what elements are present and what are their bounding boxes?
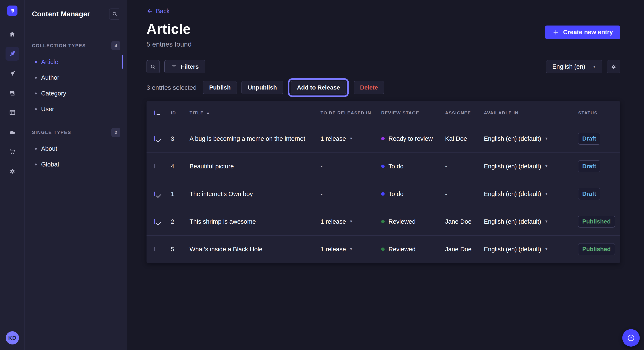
status-badge: Draft [578,160,600,172]
cell-review-stage: To do [381,190,445,197]
locale-select[interactable]: English (en) ▼ [546,60,602,73]
column-header-release: TO BE RELEASED IN [320,110,381,116]
search-icon [112,11,118,17]
available-in-dropdown[interactable]: English (en) (default)▼ [484,218,578,225]
cell-review-stage: To do [381,163,445,170]
media-images-icon[interactable] [6,86,19,100]
subnav-search-button[interactable] [109,8,120,19]
available-in-dropdown[interactable]: English (en) (default)▼ [484,246,578,253]
release-dropdown[interactable]: 1 release▼ [320,218,381,225]
search-button[interactable] [146,60,160,73]
cell-assignee: Jane Doe [445,218,484,225]
page-title: Article [146,21,192,37]
filter-icon [171,64,177,70]
paper-plane-icon[interactable] [6,67,19,80]
row-checkbox[interactable] [154,247,155,251]
cell-assignee: - [445,163,484,170]
subnav-item-category[interactable]: Category [32,85,120,101]
view-settings-button[interactable] [607,60,620,73]
unpublish-button[interactable]: Unpublish [242,81,283,94]
table-row[interactable]: 3 A bug is becoming a meme on the intern… [146,125,620,153]
table-row[interactable]: 2 This shrimp is awesome 1 release▼ Revi… [146,208,620,235]
svg-text:?: ? [630,336,632,340]
create-new-entry-button[interactable]: Create new entry [545,25,620,39]
collection-types-count-badge: 4 [112,41,120,50]
sidebar-divider [0,326,24,326]
subnav-title: Content Manager [32,10,90,18]
collection-types-section: COLLECTION TYPES 4 Article Author Catego… [32,41,120,117]
available-in-dropdown[interactable]: English (en) (default)▼ [484,190,578,197]
row-checkbox[interactable] [154,136,155,141]
filters-button[interactable]: Filters [164,60,205,73]
status-badge: Draft [578,133,600,145]
cell-review-stage: Ready to review [381,135,445,142]
table-row[interactable]: 4 Beautiful picture - To do - English (e… [146,153,620,180]
entries-table: ID TITLE ▲ TO BE RELEASED IN REVIEW STAG… [146,101,620,263]
bullet-icon [35,93,37,94]
available-in-dropdown[interactable]: English (en) (default)▼ [484,163,578,170]
column-header-available-in: AVAILABLE IN [484,110,578,116]
bullet-icon [35,108,37,110]
cell-id: 5 [171,246,190,253]
cell-title: The internet's Own boy [190,190,320,197]
help-button[interactable]: ? [622,329,640,347]
caret-down-icon: ▼ [544,192,548,196]
sidebar-bottom: KD [0,326,24,350]
subnav-item-global[interactable]: Global [32,157,120,172]
search-icon [150,64,156,70]
logo-section [0,0,24,21]
release-dropdown[interactable]: 1 release▼ [320,135,381,142]
delete-button[interactable]: Delete [354,81,384,94]
caret-down-icon: ▼ [592,65,596,69]
subnav-item-user[interactable]: User [32,101,120,117]
caret-down-icon: ▼ [544,164,548,169]
user-avatar[interactable]: KD [6,331,19,345]
section-label-collection-types: COLLECTION TYPES [32,43,86,48]
subnav-item-article[interactable]: Article [32,54,120,70]
bullet-icon [35,148,37,150]
publish-button[interactable]: Publish [203,81,237,94]
cloud-icon[interactable] [6,125,19,139]
cart-icon[interactable] [6,145,19,159]
strapi-logo[interactable] [7,5,18,16]
stage-dot-icon [381,220,384,223]
select-all-checkbox[interactable] [154,111,155,115]
add-to-release-button[interactable]: Add to Release [291,81,346,94]
cell-review-stage: Reviewed [381,218,445,225]
row-checkbox[interactable] [154,191,155,196]
table-row[interactable]: 5 What's inside a Black Hole 1 release▼ … [146,235,620,263]
back-link[interactable]: Back [146,8,170,15]
icon-sidebar: KD [0,0,25,350]
content-manager-subnav: Content Manager COLLECTION TYPES 4 Artic… [25,0,127,350]
plus-icon [552,29,559,36]
sort-ascending-icon: ▲ [206,111,210,115]
page-heading: Article 5 entries found [146,21,192,48]
row-checkbox[interactable] [154,219,155,224]
single-types-section: SINGLE TYPES 2 About Global [32,128,120,172]
release-dropdown[interactable]: 1 release▼ [320,246,381,253]
gear-icon[interactable] [6,164,19,178]
cell-title: Beautiful picture [190,163,320,170]
table-row[interactable]: 1 The internet's Own boy - To do - Engli… [146,180,620,208]
feather-content-icon[interactable] [6,47,19,61]
cell-assignee: Kai Doe [445,135,484,142]
column-header-id: ID [171,110,190,116]
stage-dot-icon [381,247,384,251]
bullet-icon [35,61,37,63]
question-mark-icon: ? [627,334,635,342]
caret-down-icon: ▼ [349,219,353,224]
subnav-item-author[interactable]: Author [32,70,120,85]
section-label-single-types: SINGLE TYPES [32,130,71,135]
home-icon[interactable] [6,27,19,41]
column-header-title[interactable]: TITLE ▲ [190,110,320,116]
caret-down-icon: ▼ [544,137,548,141]
active-item-indicator [122,55,123,69]
subnav-item-about[interactable]: About [32,141,120,157]
row-checkbox[interactable] [154,164,155,169]
bullet-icon [35,164,37,166]
available-in-dropdown[interactable]: English (en) (default)▼ [484,135,578,142]
cell-assignee: - [445,190,484,197]
layout-icon[interactable] [6,106,19,119]
subnav-divider [32,30,42,30]
cell-id: 2 [171,218,190,225]
